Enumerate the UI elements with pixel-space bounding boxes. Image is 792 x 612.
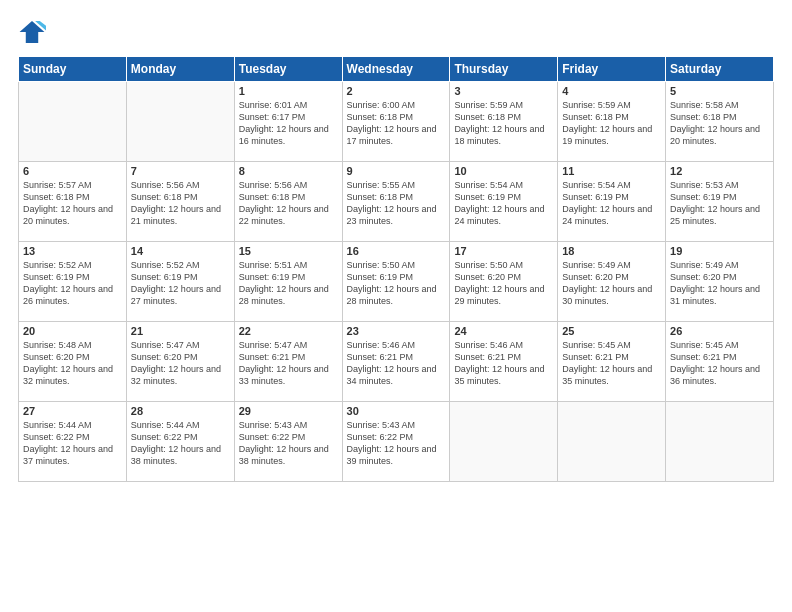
day-info: Sunrise: 5:51 AM Sunset: 6:19 PM Dayligh…	[239, 259, 338, 308]
day-info: Sunrise: 5:48 AM Sunset: 6:20 PM Dayligh…	[23, 339, 122, 388]
calendar-cell: 22Sunrise: 5:47 AM Sunset: 6:21 PM Dayli…	[234, 322, 342, 402]
header-wednesday: Wednesday	[342, 57, 450, 82]
calendar-cell: 16Sunrise: 5:50 AM Sunset: 6:19 PM Dayli…	[342, 242, 450, 322]
day-number: 20	[23, 325, 122, 337]
calendar-cell: 18Sunrise: 5:49 AM Sunset: 6:20 PM Dayli…	[558, 242, 666, 322]
calendar-cell: 24Sunrise: 5:46 AM Sunset: 6:21 PM Dayli…	[450, 322, 558, 402]
day-number: 14	[131, 245, 230, 257]
calendar-cell: 25Sunrise: 5:45 AM Sunset: 6:21 PM Dayli…	[558, 322, 666, 402]
calendar-cell	[19, 82, 127, 162]
calendar-cell: 21Sunrise: 5:47 AM Sunset: 6:20 PM Dayli…	[126, 322, 234, 402]
day-number: 15	[239, 245, 338, 257]
logo-icon	[18, 18, 46, 46]
day-info: Sunrise: 5:49 AM Sunset: 6:20 PM Dayligh…	[670, 259, 769, 308]
day-info: Sunrise: 5:50 AM Sunset: 6:19 PM Dayligh…	[347, 259, 446, 308]
day-info: Sunrise: 6:00 AM Sunset: 6:18 PM Dayligh…	[347, 99, 446, 148]
day-info: Sunrise: 5:56 AM Sunset: 6:18 PM Dayligh…	[131, 179, 230, 228]
calendar-cell: 7Sunrise: 5:56 AM Sunset: 6:18 PM Daylig…	[126, 162, 234, 242]
calendar-cell: 27Sunrise: 5:44 AM Sunset: 6:22 PM Dayli…	[19, 402, 127, 482]
header-sunday: Sunday	[19, 57, 127, 82]
day-number: 12	[670, 165, 769, 177]
calendar-cell: 13Sunrise: 5:52 AM Sunset: 6:19 PM Dayli…	[19, 242, 127, 322]
day-info: Sunrise: 5:46 AM Sunset: 6:21 PM Dayligh…	[347, 339, 446, 388]
calendar-cell: 11Sunrise: 5:54 AM Sunset: 6:19 PM Dayli…	[558, 162, 666, 242]
day-info: Sunrise: 5:52 AM Sunset: 6:19 PM Dayligh…	[131, 259, 230, 308]
day-number: 6	[23, 165, 122, 177]
day-number: 17	[454, 245, 553, 257]
day-number: 18	[562, 245, 661, 257]
calendar-cell: 20Sunrise: 5:48 AM Sunset: 6:20 PM Dayli…	[19, 322, 127, 402]
day-number: 7	[131, 165, 230, 177]
calendar-cell: 29Sunrise: 5:43 AM Sunset: 6:22 PM Dayli…	[234, 402, 342, 482]
calendar-cell: 4Sunrise: 5:59 AM Sunset: 6:18 PM Daylig…	[558, 82, 666, 162]
calendar-cell: 3Sunrise: 5:59 AM Sunset: 6:18 PM Daylig…	[450, 82, 558, 162]
day-info: Sunrise: 5:47 AM Sunset: 6:21 PM Dayligh…	[239, 339, 338, 388]
header-friday: Friday	[558, 57, 666, 82]
calendar-cell	[450, 402, 558, 482]
day-number: 3	[454, 85, 553, 97]
day-info: Sunrise: 6:01 AM Sunset: 6:17 PM Dayligh…	[239, 99, 338, 148]
day-number: 13	[23, 245, 122, 257]
day-info: Sunrise: 5:55 AM Sunset: 6:18 PM Dayligh…	[347, 179, 446, 228]
day-info: Sunrise: 5:52 AM Sunset: 6:19 PM Dayligh…	[23, 259, 122, 308]
logo	[18, 18, 50, 46]
day-number: 23	[347, 325, 446, 337]
header-thursday: Thursday	[450, 57, 558, 82]
day-info: Sunrise: 5:57 AM Sunset: 6:18 PM Dayligh…	[23, 179, 122, 228]
day-number: 29	[239, 405, 338, 417]
day-info: Sunrise: 5:54 AM Sunset: 6:19 PM Dayligh…	[562, 179, 661, 228]
calendar-table: SundayMondayTuesdayWednesdayThursdayFrid…	[18, 56, 774, 482]
day-info: Sunrise: 5:45 AM Sunset: 6:21 PM Dayligh…	[670, 339, 769, 388]
calendar-cell: 28Sunrise: 5:44 AM Sunset: 6:22 PM Dayli…	[126, 402, 234, 482]
day-number: 8	[239, 165, 338, 177]
day-number: 2	[347, 85, 446, 97]
day-number: 27	[23, 405, 122, 417]
day-number: 30	[347, 405, 446, 417]
day-info: Sunrise: 5:54 AM Sunset: 6:19 PM Dayligh…	[454, 179, 553, 228]
day-info: Sunrise: 5:46 AM Sunset: 6:21 PM Dayligh…	[454, 339, 553, 388]
day-info: Sunrise: 5:45 AM Sunset: 6:21 PM Dayligh…	[562, 339, 661, 388]
day-info: Sunrise: 5:43 AM Sunset: 6:22 PM Dayligh…	[347, 419, 446, 468]
day-number: 10	[454, 165, 553, 177]
day-number: 16	[347, 245, 446, 257]
day-info: Sunrise: 5:49 AM Sunset: 6:20 PM Dayligh…	[562, 259, 661, 308]
day-number: 21	[131, 325, 230, 337]
calendar-cell: 9Sunrise: 5:55 AM Sunset: 6:18 PM Daylig…	[342, 162, 450, 242]
day-number: 1	[239, 85, 338, 97]
day-number: 24	[454, 325, 553, 337]
day-info: Sunrise: 5:50 AM Sunset: 6:20 PM Dayligh…	[454, 259, 553, 308]
day-info: Sunrise: 5:59 AM Sunset: 6:18 PM Dayligh…	[562, 99, 661, 148]
calendar-cell: 19Sunrise: 5:49 AM Sunset: 6:20 PM Dayli…	[666, 242, 774, 322]
day-number: 9	[347, 165, 446, 177]
header-saturday: Saturday	[666, 57, 774, 82]
day-info: Sunrise: 5:44 AM Sunset: 6:22 PM Dayligh…	[23, 419, 122, 468]
calendar-cell: 1Sunrise: 6:01 AM Sunset: 6:17 PM Daylig…	[234, 82, 342, 162]
day-info: Sunrise: 5:58 AM Sunset: 6:18 PM Dayligh…	[670, 99, 769, 148]
calendar-cell: 8Sunrise: 5:56 AM Sunset: 6:18 PM Daylig…	[234, 162, 342, 242]
calendar-cell: 5Sunrise: 5:58 AM Sunset: 6:18 PM Daylig…	[666, 82, 774, 162]
calendar-cell: 14Sunrise: 5:52 AM Sunset: 6:19 PM Dayli…	[126, 242, 234, 322]
calendar-cell: 23Sunrise: 5:46 AM Sunset: 6:21 PM Dayli…	[342, 322, 450, 402]
calendar-cell: 6Sunrise: 5:57 AM Sunset: 6:18 PM Daylig…	[19, 162, 127, 242]
day-info: Sunrise: 5:47 AM Sunset: 6:20 PM Dayligh…	[131, 339, 230, 388]
day-info: Sunrise: 5:59 AM Sunset: 6:18 PM Dayligh…	[454, 99, 553, 148]
day-number: 19	[670, 245, 769, 257]
day-number: 25	[562, 325, 661, 337]
calendar-cell	[666, 402, 774, 482]
calendar-cell: 2Sunrise: 6:00 AM Sunset: 6:18 PM Daylig…	[342, 82, 450, 162]
calendar-cell: 30Sunrise: 5:43 AM Sunset: 6:22 PM Dayli…	[342, 402, 450, 482]
header-monday: Monday	[126, 57, 234, 82]
calendar-cell: 26Sunrise: 5:45 AM Sunset: 6:21 PM Dayli…	[666, 322, 774, 402]
day-info: Sunrise: 5:56 AM Sunset: 6:18 PM Dayligh…	[239, 179, 338, 228]
header-tuesday: Tuesday	[234, 57, 342, 82]
day-number: 5	[670, 85, 769, 97]
calendar-cell: 12Sunrise: 5:53 AM Sunset: 6:19 PM Dayli…	[666, 162, 774, 242]
day-info: Sunrise: 5:53 AM Sunset: 6:19 PM Dayligh…	[670, 179, 769, 228]
calendar-cell	[558, 402, 666, 482]
calendar-cell: 17Sunrise: 5:50 AM Sunset: 6:20 PM Dayli…	[450, 242, 558, 322]
day-info: Sunrise: 5:44 AM Sunset: 6:22 PM Dayligh…	[131, 419, 230, 468]
day-number: 28	[131, 405, 230, 417]
day-number: 26	[670, 325, 769, 337]
calendar-cell	[126, 82, 234, 162]
day-number: 4	[562, 85, 661, 97]
